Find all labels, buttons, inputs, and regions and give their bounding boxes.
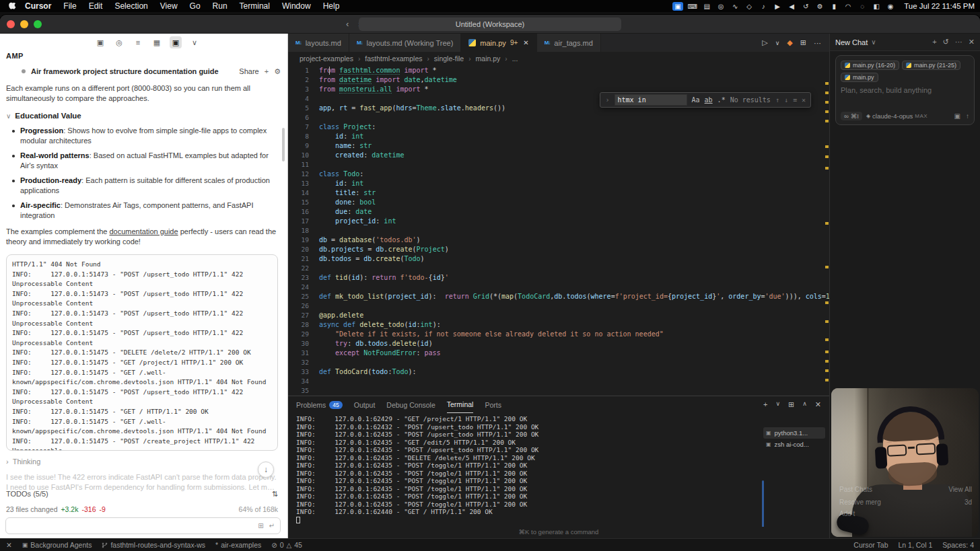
- menu-edit[interactable]: Edit: [83, 1, 109, 11]
- sidebar-scrollbar[interactable]: [282, 128, 285, 161]
- indentation-indicator[interactable]: Spaces: 4: [942, 541, 974, 549]
- new-thread-icon[interactable]: +: [265, 67, 269, 77]
- menubar-clock[interactable]: Tue Jul 22 11:45 PM: [904, 2, 975, 10]
- breadcrumb-item[interactable]: project-examples: [300, 54, 353, 63]
- terminal-output[interactable]: INFO: 127.0.0.1:62429 - "GET /project/1 …: [288, 413, 829, 527]
- editor-tab[interactable]: M↓layouts.md: [288, 34, 349, 52]
- display-icon[interactable]: ▤: [702, 2, 711, 11]
- siri-icon[interactable]: ◉: [886, 2, 895, 11]
- chevron-down-icon[interactable]: ∨: [188, 36, 201, 48]
- agent-icon[interactable]: ▣: [170, 36, 182, 48]
- terminal-process-item[interactable]: ▣zsh ai-cod...: [763, 439, 825, 450]
- close-panel-icon[interactable]: ✕: [815, 400, 821, 409]
- chat-history-item[interactable]: Resolve merg 3d: [839, 499, 972, 506]
- thread-settings-icon[interactable]: ⚙: [274, 67, 281, 77]
- chat-placeholder[interactable]: Plan, search, build anything: [841, 86, 969, 94]
- grid-icon[interactable]: ⊞: [258, 521, 263, 531]
- keyboard-icon[interactable]: ⌨: [688, 2, 697, 11]
- model-selector[interactable]: ◈ claude-4-opus MAX: [866, 112, 928, 120]
- view-all-link[interactable]: View All: [948, 486, 972, 493]
- menu-run[interactable]: Run: [207, 1, 234, 11]
- chat-more-icon[interactable]: ···: [955, 38, 963, 46]
- close-tab-icon[interactable]: ✕: [523, 39, 528, 46]
- time-machine-icon[interactable]: ↺: [801, 2, 810, 11]
- list-icon[interactable]: ≡: [132, 36, 144, 48]
- minimize-window-button[interactable]: [20, 20, 28, 28]
- regex-icon[interactable]: .*: [718, 96, 726, 105]
- close-chat-icon[interactable]: ✕: [969, 38, 975, 46]
- split-editor-icon[interactable]: ⊞: [800, 38, 806, 47]
- run-icon[interactable]: ▷: [762, 38, 767, 47]
- new-chat-icon[interactable]: +: [932, 38, 936, 46]
- git-branch-button[interactable]: fasthtml-routes-and-syntax-ws: [102, 541, 205, 549]
- find-widget[interactable]: › Aa ab .* No results ↑ ↓ ≡ ✕: [600, 92, 811, 108]
- close-find-icon[interactable]: ✕: [802, 96, 806, 105]
- next-match-icon[interactable]: ↓: [784, 96, 788, 105]
- breadcrumb-item[interactable]: main.py: [476, 54, 501, 63]
- screen-mirroring-icon[interactable]: ▣: [672, 2, 682, 11]
- whole-word-icon[interactable]: ab: [705, 96, 713, 105]
- search-icon[interactable]: ◎: [113, 36, 125, 48]
- back-icon[interactable]: ‹: [346, 19, 349, 29]
- breadcrumb-item[interactable]: single-file: [434, 54, 464, 63]
- flame-icon[interactable]: ◆: [787, 38, 792, 47]
- zoom-window-button[interactable]: [34, 20, 42, 28]
- control-center-icon[interactable]: ◧: [872, 2, 881, 11]
- terminal-scrollbar[interactable]: [762, 480, 764, 527]
- context-pill[interactable]: main.py: [841, 73, 878, 82]
- activity-icon[interactable]: ∿: [730, 2, 740, 11]
- wifi-icon[interactable]: ◠: [843, 2, 853, 11]
- attach-image-icon[interactable]: ▣: [954, 112, 960, 120]
- cursor-position-indicator[interactable]: Ln 1, Col 1: [899, 541, 933, 549]
- editor-tab[interactable]: main.py9+✕: [461, 34, 536, 52]
- message-input-field[interactable]: [11, 522, 252, 530]
- menu-view[interactable]: View: [154, 1, 184, 11]
- past-chats-row[interactable]: Past Chats View All: [839, 486, 972, 493]
- problems-indicator[interactable]: ⊘ 0 △ 45: [271, 541, 302, 549]
- menu-terminal[interactable]: Terminal: [234, 1, 276, 11]
- send-icon[interactable]: ↑: [966, 112, 969, 120]
- terminal-dropdown-icon[interactable]: ∨: [775, 400, 780, 409]
- menu-help[interactable]: Help: [317, 1, 346, 11]
- chat-tab[interactable]: New Chat: [835, 38, 868, 46]
- menu-window[interactable]: Window: [276, 1, 317, 11]
- background-agents-button[interactable]: ▣ Background Agents: [22, 541, 92, 549]
- panel-tab-output[interactable]: Output: [354, 396, 376, 413]
- new-terminal-icon[interactable]: +: [763, 400, 767, 409]
- context-pill[interactable]: main.py (16-20): [841, 61, 899, 70]
- assistant-icon[interactable]: ◇: [744, 2, 754, 11]
- match-case-icon[interactable]: Aa: [692, 96, 700, 105]
- find-input[interactable]: [615, 94, 687, 106]
- panel-tab-problems[interactable]: Problems45: [296, 396, 343, 413]
- cursor-tab-toggle[interactable]: Cursor Tab: [853, 541, 888, 549]
- thinking-toggle[interactable]: › Thinking: [6, 457, 278, 467]
- thread-title[interactable]: Air framework project structure document…: [31, 67, 234, 77]
- project-indicator[interactable]: * air-examples: [215, 541, 261, 549]
- editor-tab[interactable]: M↓layouts.md (Working Tree): [349, 34, 461, 52]
- editor-tab[interactable]: M↓air_tags.md: [537, 34, 601, 52]
- split-terminal-icon[interactable]: ⊞: [788, 400, 794, 409]
- grid-icon[interactable]: ▦: [151, 36, 163, 48]
- chat-history-icon[interactable]: ↺: [943, 38, 949, 46]
- panel-tab-debug-console[interactable]: Debug Console: [386, 396, 435, 413]
- spotlight-icon[interactable]: ◌: [858, 2, 867, 11]
- window-titlebar[interactable]: ‹ › Untitled (Workspace): [0, 15, 980, 34]
- agent-mode-chip[interactable]: ∞ ⌘I: [841, 112, 862, 120]
- chat-input-box[interactable]: main.py (16-20) main.py (21-25) main.py …: [835, 55, 975, 125]
- toggle-replace-icon[interactable]: ›: [605, 96, 609, 105]
- more-actions-icon[interactable]: ···: [814, 39, 821, 47]
- menu-go[interactable]: Go: [184, 1, 207, 11]
- play-icon[interactable]: ▶: [773, 2, 782, 11]
- expand-icon[interactable]: ⇅: [272, 489, 278, 499]
- settings-icon[interactable]: ⚙: [815, 2, 825, 11]
- copy-icon[interactable]: ▣: [94, 36, 106, 48]
- code-editor[interactable]: 1from fasthtml.common import *2from date…: [288, 65, 829, 396]
- panel-tab-terminal[interactable]: Terminal: [447, 396, 474, 413]
- previous-match-icon[interactable]: ↑: [775, 96, 779, 105]
- breadcrumb-item[interactable]: fasthtml-examples: [365, 54, 422, 63]
- panel-tab-ports[interactable]: Ports: [485, 396, 501, 413]
- terminal-process-item[interactable]: ▣python3.1...: [763, 427, 825, 439]
- zoom-icon[interactable]: ◎: [716, 2, 726, 11]
- context-pill[interactable]: main.py (21-25): [902, 61, 960, 70]
- share-button[interactable]: Share: [239, 67, 258, 77]
